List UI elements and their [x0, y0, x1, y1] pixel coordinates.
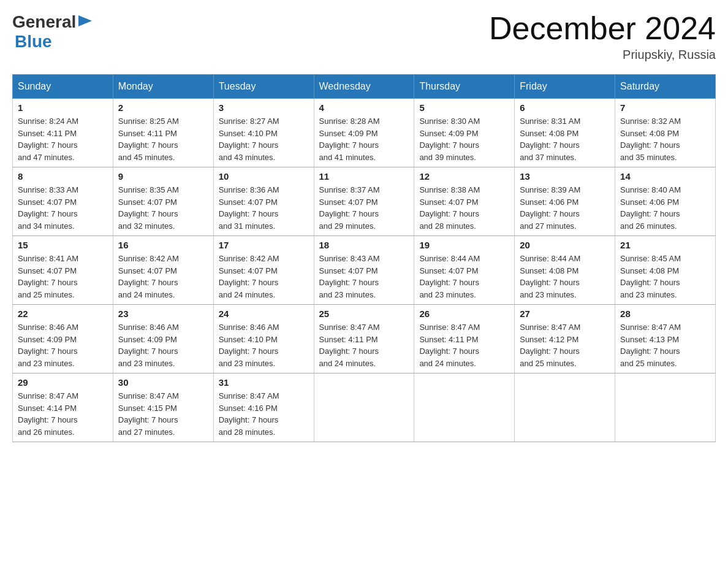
day-number: 6	[520, 102, 610, 113]
day-number: 5	[419, 102, 509, 113]
calendar-day-cell: 3Sunrise: 8:27 AMSunset: 4:10 PMDaylight…	[213, 99, 314, 167]
calendar-week-row: 1Sunrise: 8:24 AMSunset: 4:11 PMDaylight…	[13, 99, 716, 167]
calendar-day-cell: 25Sunrise: 8:47 AMSunset: 4:11 PMDayligh…	[314, 305, 414, 373]
day-of-week-header: Tuesday	[213, 75, 314, 99]
calendar-day-cell: 30Sunrise: 8:47 AMSunset: 4:15 PMDayligh…	[113, 373, 213, 442]
day-info: Sunrise: 8:46 AMSunset: 4:09 PMDaylight:…	[118, 321, 208, 369]
day-info: Sunrise: 8:28 AMSunset: 4:09 PMDaylight:…	[319, 115, 409, 163]
calendar-day-cell	[314, 373, 414, 442]
calendar-day-cell: 22Sunrise: 8:46 AMSunset: 4:09 PMDayligh…	[13, 305, 113, 373]
day-info: Sunrise: 8:36 AMSunset: 4:07 PMDaylight:…	[219, 184, 309, 232]
day-number: 11	[319, 171, 409, 182]
day-info: Sunrise: 8:27 AMSunset: 4:10 PMDaylight:…	[219, 115, 309, 163]
logo-general-text: General	[12, 12, 76, 32]
calendar-day-cell: 4Sunrise: 8:28 AMSunset: 4:09 PMDaylight…	[314, 99, 414, 167]
day-of-week-header: Thursday	[414, 75, 515, 99]
day-number: 28	[620, 308, 710, 319]
day-number: 25	[319, 308, 409, 319]
day-info: Sunrise: 8:32 AMSunset: 4:08 PMDaylight:…	[620, 115, 710, 163]
calendar-day-cell: 13Sunrise: 8:39 AMSunset: 4:06 PMDayligh…	[515, 167, 615, 236]
calendar-day-cell	[515, 373, 615, 442]
day-number: 13	[520, 171, 610, 182]
day-info: Sunrise: 8:47 AMSunset: 4:16 PMDaylight:…	[219, 390, 309, 438]
calendar-day-cell: 9Sunrise: 8:35 AMSunset: 4:07 PMDaylight…	[113, 167, 213, 236]
calendar-day-cell: 27Sunrise: 8:47 AMSunset: 4:12 PMDayligh…	[515, 305, 615, 373]
day-info: Sunrise: 8:41 AMSunset: 4:07 PMDaylight:…	[18, 253, 108, 301]
day-number: 2	[118, 102, 208, 113]
calendar-day-cell: 23Sunrise: 8:46 AMSunset: 4:09 PMDayligh…	[113, 305, 213, 373]
day-info: Sunrise: 8:30 AMSunset: 4:09 PMDaylight:…	[419, 115, 509, 163]
day-number: 15	[18, 240, 108, 250]
day-number: 22	[18, 308, 108, 319]
day-number: 7	[620, 102, 710, 113]
day-info: Sunrise: 8:46 AMSunset: 4:09 PMDaylight:…	[18, 321, 108, 369]
day-number: 1	[18, 102, 108, 113]
day-number: 21	[620, 240, 710, 250]
calendar-day-cell: 18Sunrise: 8:43 AMSunset: 4:07 PMDayligh…	[314, 236, 414, 305]
calendar-table: SundayMondayTuesdayWednesdayThursdayFrid…	[12, 74, 716, 442]
day-info: Sunrise: 8:31 AMSunset: 4:08 PMDaylight:…	[520, 115, 610, 163]
calendar-day-cell: 7Sunrise: 8:32 AMSunset: 4:08 PMDaylight…	[615, 99, 716, 167]
day-info: Sunrise: 8:47 AMSunset: 4:11 PMDaylight:…	[419, 321, 509, 369]
day-number: 3	[219, 102, 309, 113]
day-info: Sunrise: 8:43 AMSunset: 4:07 PMDaylight:…	[319, 253, 409, 301]
calendar-day-cell: 8Sunrise: 8:33 AMSunset: 4:07 PMDaylight…	[13, 167, 113, 236]
day-of-week-header: Friday	[515, 75, 615, 99]
day-info: Sunrise: 8:37 AMSunset: 4:07 PMDaylight:…	[319, 184, 409, 232]
day-info: Sunrise: 8:33 AMSunset: 4:07 PMDaylight:…	[18, 184, 108, 232]
day-info: Sunrise: 8:47 AMSunset: 4:12 PMDaylight:…	[520, 321, 610, 369]
calendar-day-cell: 17Sunrise: 8:42 AMSunset: 4:07 PMDayligh…	[213, 236, 314, 305]
day-info: Sunrise: 8:38 AMSunset: 4:07 PMDaylight:…	[419, 184, 509, 232]
day-number: 30	[118, 377, 208, 388]
calendar-day-cell: 31Sunrise: 8:47 AMSunset: 4:16 PMDayligh…	[213, 373, 314, 442]
day-info: Sunrise: 8:42 AMSunset: 4:07 PMDaylight:…	[118, 253, 208, 301]
day-of-week-header: Sunday	[13, 75, 113, 99]
day-info: Sunrise: 8:24 AMSunset: 4:11 PMDaylight:…	[18, 115, 108, 163]
day-number: 26	[419, 308, 509, 319]
calendar-week-row: 8Sunrise: 8:33 AMSunset: 4:07 PMDaylight…	[13, 167, 716, 236]
calendar-week-row: 15Sunrise: 8:41 AMSunset: 4:07 PMDayligh…	[13, 236, 716, 305]
day-number: 19	[419, 240, 509, 250]
calendar-day-cell: 14Sunrise: 8:40 AMSunset: 4:06 PMDayligh…	[615, 167, 716, 236]
day-info: Sunrise: 8:39 AMSunset: 4:06 PMDaylight:…	[520, 184, 610, 232]
day-number: 23	[118, 308, 208, 319]
calendar-week-row: 22Sunrise: 8:46 AMSunset: 4:09 PMDayligh…	[13, 305, 716, 373]
title-block: December 2024 Priupskiy, Russia	[489, 12, 716, 62]
day-number: 16	[118, 240, 208, 250]
day-number: 18	[319, 240, 409, 250]
day-info: Sunrise: 8:25 AMSunset: 4:11 PMDaylight:…	[118, 115, 208, 163]
calendar-day-cell: 11Sunrise: 8:37 AMSunset: 4:07 PMDayligh…	[314, 167, 414, 236]
calendar-header-row: SundayMondayTuesdayWednesdayThursdayFrid…	[13, 75, 716, 99]
calendar-day-cell: 28Sunrise: 8:47 AMSunset: 4:13 PMDayligh…	[615, 305, 716, 373]
day-info: Sunrise: 8:47 AMSunset: 4:14 PMDaylight:…	[18, 390, 108, 438]
calendar-day-cell: 15Sunrise: 8:41 AMSunset: 4:07 PMDayligh…	[13, 236, 113, 305]
location-text: Priupskiy, Russia	[489, 48, 716, 62]
day-number: 4	[319, 102, 409, 113]
calendar-day-cell: 20Sunrise: 8:44 AMSunset: 4:08 PMDayligh…	[515, 236, 615, 305]
day-number: 12	[419, 171, 509, 182]
calendar-day-cell: 1Sunrise: 8:24 AMSunset: 4:11 PMDaylight…	[13, 99, 113, 167]
day-info: Sunrise: 8:40 AMSunset: 4:06 PMDaylight:…	[620, 184, 710, 232]
month-title: December 2024	[489, 12, 716, 44]
calendar-day-cell: 12Sunrise: 8:38 AMSunset: 4:07 PMDayligh…	[414, 167, 515, 236]
day-info: Sunrise: 8:45 AMSunset: 4:08 PMDaylight:…	[620, 253, 710, 301]
calendar-day-cell	[414, 373, 515, 442]
day-number: 17	[219, 240, 309, 250]
day-info: Sunrise: 8:47 AMSunset: 4:11 PMDaylight:…	[319, 321, 409, 369]
day-number: 27	[520, 308, 610, 319]
day-number: 31	[219, 377, 309, 388]
day-number: 20	[520, 240, 610, 250]
day-number: 14	[620, 171, 710, 182]
calendar-day-cell: 10Sunrise: 8:36 AMSunset: 4:07 PMDayligh…	[213, 167, 314, 236]
day-info: Sunrise: 8:35 AMSunset: 4:07 PMDaylight:…	[118, 184, 208, 232]
page-header: General Blue December 2024 Priupskiy, Ru…	[12, 12, 716, 62]
logo-blue-text: Blue	[15, 32, 52, 51]
calendar-day-cell: 5Sunrise: 8:30 AMSunset: 4:09 PMDaylight…	[414, 99, 515, 167]
svg-marker-0	[78, 15, 92, 26]
calendar-day-cell: 16Sunrise: 8:42 AMSunset: 4:07 PMDayligh…	[113, 236, 213, 305]
calendar-day-cell: 29Sunrise: 8:47 AMSunset: 4:14 PMDayligh…	[13, 373, 113, 442]
day-number: 29	[18, 377, 108, 388]
day-info: Sunrise: 8:47 AMSunset: 4:15 PMDaylight:…	[118, 390, 208, 438]
calendar-day-cell: 21Sunrise: 8:45 AMSunset: 4:08 PMDayligh…	[615, 236, 716, 305]
day-of-week-header: Saturday	[615, 75, 716, 99]
